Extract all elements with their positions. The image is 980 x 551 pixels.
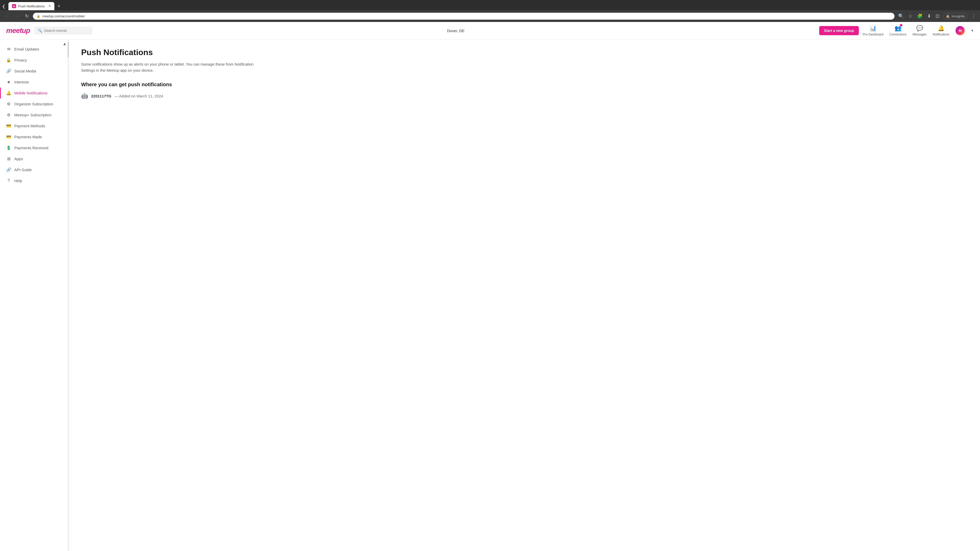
header-actions: 📊 Pro Dashboard 👥 Connections 💬 Messages… [863, 25, 974, 36]
device-added: — Added on March 11, 2024 [115, 94, 163, 98]
connections-badge [900, 24, 902, 27]
sidebar-item-privacy[interactable]: 🔒 Privacy [0, 55, 68, 65]
sidebar-item-organizer-subscription[interactable]: ⚙ Organizer Subscription [0, 98, 68, 110]
incognito-badge[interactable]: 🕵 Incognito [943, 13, 968, 19]
sidebar-label-social-media: Social Media [14, 69, 36, 73]
search-icon: 🔍 [38, 29, 42, 33]
email-icon: ✉ [6, 47, 11, 52]
connections-nav[interactable]: 👥 Connections [889, 25, 907, 36]
sidebar-item-payments-received[interactable]: 💲 Payments Received [0, 142, 68, 153]
card-icon-2: 💳 [6, 135, 11, 139]
bell-icon: 🔔 [938, 25, 945, 32]
sidebar-label-help: Help [14, 179, 22, 183]
sidebar-item-apps[interactable]: ⊞ Apps [0, 153, 68, 164]
tab-favicon: m [12, 4, 16, 8]
sidebar-label-organizer-subscription: Organizer Subscription [14, 102, 53, 106]
browser-tabs: ❮ m Push Notifications × + [0, 0, 980, 10]
sidebar-item-api-guide[interactable]: 🔗 API Guide [0, 164, 68, 175]
dollar-icon: 💲 [6, 145, 11, 150]
tab-expand-icon[interactable]: ❮ [2, 4, 5, 9]
search-toolbar-icon[interactable]: 🔍 [897, 12, 905, 20]
lock-icon: 🔒 [37, 14, 40, 18]
account-chevron-icon[interactable]: ▼ [971, 29, 974, 32]
star-icon: ★ [6, 79, 11, 84]
device-item: 🤖 2201117TG — Added on March 11, 2024 [81, 93, 968, 99]
search-bar[interactable]: 🔍 [34, 27, 92, 35]
sidebar-label-interests: Interests [14, 80, 29, 84]
sidebar-label-payments-made: Payments Made [14, 135, 42, 139]
sidebar-item-email-updates[interactable]: ✉ Email Updates [0, 44, 68, 55]
sidebar-item-interests[interactable]: ★ Interests [0, 76, 68, 87]
location-display[interactable]: Dover, DE [97, 29, 815, 33]
refresh-button[interactable]: ↻ [24, 12, 30, 20]
sidebar-item-payment-methods[interactable]: 💳 Payment Methods [0, 121, 68, 131]
sidebar-label-api-guide: API Guide [14, 168, 32, 172]
connections-icon-wrap: 👥 [894, 25, 901, 32]
sidebar-item-meetup-plus[interactable]: ⚙ Meetup+ Subscription [0, 110, 68, 121]
section-title: Where you can get push notifications [81, 82, 968, 87]
sidebar-item-payments-made[interactable]: 💳 Payments Made [0, 131, 68, 142]
help-icon: ? [6, 178, 11, 183]
notifications-icon-wrap: 🔔 [938, 25, 945, 32]
sidebar-label-email-updates: Email Updates [14, 47, 39, 51]
social-icon: 🔗 [6, 68, 11, 73]
apps-icon: ⊞ [6, 156, 11, 161]
page-layout: ▲ ✉ Email Updates 🔒 Privacy 🔗 Social Med… [0, 40, 980, 551]
sidebar-item-help[interactable]: ? Help [0, 175, 68, 186]
messages-icon-wrap: 💬 [916, 25, 923, 32]
download-icon[interactable]: ⬇ [926, 12, 932, 20]
messages-icon: 💬 [916, 25, 923, 32]
notifications-label: Notifications [933, 33, 950, 36]
url-text: meetup.com/account/mobile/ [42, 14, 891, 18]
lock-sidebar-icon: 🔒 [6, 58, 11, 62]
main-content: Push Notifications Some notifications sh… [69, 40, 980, 551]
start-group-button[interactable]: Start a new group [819, 26, 859, 35]
notifications-nav[interactable]: 🔔 Notifications [933, 25, 950, 36]
gear-sidebar-icon: ⚙ [6, 102, 11, 106]
gear-sidebar-icon-2: ⚙ [6, 113, 11, 118]
sidebar-label-mobile-notifications: Mobile Notifications [14, 91, 48, 95]
messages-nav[interactable]: 💬 Messages [913, 25, 927, 36]
search-input[interactable] [44, 29, 89, 33]
tab-close-button[interactable]: × [48, 4, 51, 8]
browser-tab-active[interactable]: m Push Notifications × [8, 2, 54, 10]
bookmark-icon[interactable]: ☆ [907, 12, 913, 20]
card-icon: 💳 [6, 124, 11, 128]
android-icon: 🤖 [81, 93, 88, 99]
browser-toolbar: ← → ↻ 🔒 meetup.com/account/mobile/ 🔍 ☆ 🧩… [0, 10, 980, 22]
sidebar-label-apps: Apps [14, 157, 23, 161]
address-bar[interactable]: 🔒 meetup.com/account/mobile/ [33, 13, 894, 20]
page-title: Push Notifications [81, 48, 968, 57]
pro-dashboard-icon-wrap: 📊 [870, 25, 877, 32]
site-logo[interactable]: meetup [6, 27, 30, 35]
sidebar-item-mobile-notifications[interactable]: 🔔 Mobile Notifications [0, 87, 68, 98]
incognito-icon: 🕵 [946, 14, 950, 18]
bell-sidebar-icon: 🔔 [6, 91, 11, 95]
pro-dashboard-label: Pro Dashboard [863, 33, 883, 36]
device-name: 2201117TG [91, 94, 111, 98]
sidebar-label-payments-received: Payments Received [14, 146, 48, 150]
extensions-icon[interactable]: 🧩 [916, 12, 924, 20]
site-header: meetup 🔍 Dover, DE Start a new group 📊 P… [0, 22, 980, 40]
api-icon: 🔗 [6, 167, 11, 172]
connections-label: Connections [889, 33, 907, 36]
forward-button[interactable]: → [13, 13, 21, 20]
sidebar-label-payment-methods: Payment Methods [14, 124, 45, 128]
sidebar-label-meetup-plus: Meetup+ Subscription [14, 113, 52, 117]
messages-label: Messages [913, 33, 927, 36]
sidebar-item-social-media[interactable]: 🔗 Social Media [0, 65, 68, 76]
tab-title: Push Notifications [18, 4, 46, 8]
toolbar-actions: 🔍 ☆ 🧩 ⬇ ⊡ 🕵 Incognito ⋮ [897, 12, 977, 20]
menu-icon[interactable]: ⋮ [970, 12, 977, 20]
sidebar: ▲ ✉ Email Updates 🔒 Privacy 🔗 Social Med… [0, 40, 69, 551]
incognito-label: Incognito [951, 14, 965, 18]
logo-text: meetup [6, 27, 30, 35]
new-tab-button[interactable]: + [56, 3, 62, 9]
sidebar-label-privacy: Privacy [14, 58, 27, 62]
page-description: Some notifications show up as alerts on … [81, 61, 260, 73]
back-button[interactable]: ← [3, 13, 11, 20]
browser-chrome: ❮ m Push Notifications × + ← → ↻ 🔒 meetu… [0, 0, 980, 22]
avatar[interactable]: M [956, 26, 965, 35]
pro-dashboard-nav[interactable]: 📊 Pro Dashboard [863, 25, 883, 36]
multiwindow-icon[interactable]: ⊡ [935, 12, 940, 20]
